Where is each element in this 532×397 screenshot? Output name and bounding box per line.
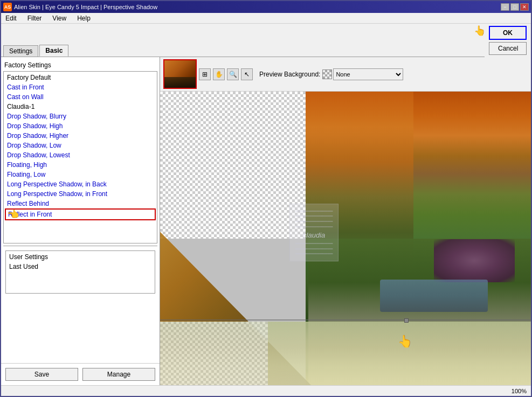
settings-list-container: Factory Settings Factory Default Cast in… bbox=[1, 57, 160, 363]
preview-bg-icon bbox=[322, 69, 332, 79]
manage-button[interactable]: Manage bbox=[82, 368, 155, 381]
list-item-cast-on-wall[interactable]: Cast on Wall bbox=[5, 92, 156, 102]
pan-button[interactable]: ✋ bbox=[213, 68, 225, 80]
status-bar: 100% bbox=[1, 385, 531, 396]
zoom-level: 100% bbox=[512, 388, 527, 394]
user-settings-list[interactable]: User Settings Last Used bbox=[5, 250, 155, 294]
list-item-claudia-1[interactable]: Claudia-1 bbox=[5, 102, 156, 112]
list-item-last-used[interactable]: Last Used bbox=[7, 262, 154, 271]
zoom-in-button[interactable]: 🔍 bbox=[227, 68, 239, 80]
minimize-button[interactable]: − bbox=[501, 3, 509, 11]
list-item-drop-shadow-high[interactable]: Drop Shadow, High bbox=[5, 121, 156, 131]
pink-bushes bbox=[434, 239, 515, 282]
left-panel: Factory Settings Factory Default Cast in… bbox=[1, 57, 160, 385]
ok-cursor-icon: 👆 bbox=[474, 25, 486, 37]
settings-list-header: Factory Settings bbox=[3, 59, 157, 71]
thumbnail bbox=[163, 59, 197, 89]
water-area bbox=[380, 280, 488, 312]
close-button[interactable]: ✕ bbox=[520, 3, 529, 11]
preview-bg-selector: None White Black Gray bbox=[322, 68, 403, 80]
list-item-reflect-behind[interactable]: Reflect Behind bbox=[5, 199, 156, 208]
reflect-cursor-icon: 👈 bbox=[7, 208, 19, 220]
main-content: Factory Settings Factory Default Cast in… bbox=[1, 57, 531, 385]
transparency-area bbox=[160, 92, 311, 239]
app-icon: AS bbox=[3, 3, 12, 11]
list-divider bbox=[3, 246, 157, 246]
menu-filter[interactable]: Filter bbox=[25, 14, 44, 23]
main-window: AS Alien Skin | Eye Candy 5 Impact | Per… bbox=[0, 0, 532, 397]
list-item-reflect-in-front[interactable]: Reflect in Front bbox=[5, 208, 156, 220]
tabs-bar: Settings Basic bbox=[1, 44, 485, 57]
reflection-checker bbox=[160, 322, 268, 385]
watermark-lines-1: ══════════════ ══════════════ ══════════… bbox=[295, 208, 333, 229]
restore-button[interactable]: □ bbox=[510, 3, 519, 11]
title-bar-left: AS Alien Skin | Eye Candy 5 Impact | Per… bbox=[3, 3, 157, 11]
watermark: ══════════════ ══════════════ ══════════… bbox=[289, 204, 338, 262]
list-item-user-settings[interactable]: User Settings bbox=[7, 252, 154, 262]
menu-edit[interactable]: Edit bbox=[3, 14, 19, 23]
preview-bg-dropdown[interactable]: None White Black Gray bbox=[333, 68, 403, 80]
right-toolbar: ⊞ ✋ 🔍 ↖ Preview Background: None White B… bbox=[160, 57, 531, 92]
tab-settings[interactable]: Settings bbox=[3, 45, 38, 57]
title-bar: AS Alien Skin | Eye Candy 5 Impact | Per… bbox=[1, 1, 531, 13]
ok-button[interactable]: OK bbox=[489, 26, 527, 40]
preview-canvas[interactable]: ══════════════ ══════════════ ══════════… bbox=[160, 92, 531, 385]
user-section: User Settings Last Used bbox=[3, 248, 157, 296]
list-item-drop-shadow-higher[interactable]: Drop Shadow, Higher bbox=[5, 131, 156, 141]
select-button[interactable]: ↖ bbox=[241, 68, 253, 80]
window-title: Alien Skin | Eye Candy 5 Impact | Perspe… bbox=[14, 4, 157, 10]
cancel-button[interactable]: Cancel bbox=[489, 42, 527, 55]
list-item-long-perspective-front[interactable]: Long Perspective Shadow, in Front bbox=[5, 189, 156, 199]
list-item-drop-shadow-lowest[interactable]: Drop Shadow, Lowest bbox=[5, 150, 156, 160]
tab-basic[interactable]: Basic bbox=[39, 45, 68, 57]
watermark-text: claudia bbox=[295, 231, 333, 239]
horizontal-divider bbox=[160, 319, 531, 321]
drag-handle-h[interactable] bbox=[404, 318, 409, 323]
watermark-lines-2: ══════════════ ══════════════ ══════════… bbox=[295, 241, 333, 256]
bottom-cursor-icon: 👆 bbox=[398, 335, 412, 349]
menu-help[interactable]: Help bbox=[75, 14, 93, 23]
menu-view[interactable]: View bbox=[50, 14, 68, 23]
list-item-drop-shadow-blurry[interactable]: Drop Shadow, Blurry bbox=[5, 112, 156, 121]
zoom-fit-button[interactable]: ⊞ bbox=[199, 68, 211, 80]
list-item-drop-shadow-low[interactable]: Drop Shadow, Low bbox=[5, 141, 156, 150]
menu-bar: Edit Filter View Help bbox=[1, 13, 531, 24]
preview-bg-label: Preview Background: bbox=[259, 71, 320, 78]
save-button[interactable]: Save bbox=[5, 368, 78, 381]
list-item-factory-default[interactable]: Factory Default bbox=[5, 73, 156, 82]
list-item-floating-low[interactable]: Floating, Low bbox=[5, 170, 156, 179]
settings-list[interactable]: Factory Default Cast in Front Cast on Wa… bbox=[4, 72, 157, 243]
ok-cancel-area: OK 👆 Cancel bbox=[485, 24, 531, 57]
list-item-floating-high[interactable]: Floating, High bbox=[5, 160, 156, 170]
settings-list-wrapper: Factory Default Cast in Front Cast on Wa… bbox=[3, 71, 157, 243]
list-item-cast-in-front[interactable]: Cast in Front bbox=[5, 82, 156, 92]
window-controls: − □ ✕ bbox=[501, 3, 529, 11]
panel-buttons: Save Manage bbox=[1, 363, 160, 385]
right-panel: ⊞ ✋ 🔍 ↖ Preview Background: None White B… bbox=[160, 57, 531, 385]
list-item-long-perspective-back[interactable]: Long Perspective Shadow, in Back bbox=[5, 179, 156, 189]
